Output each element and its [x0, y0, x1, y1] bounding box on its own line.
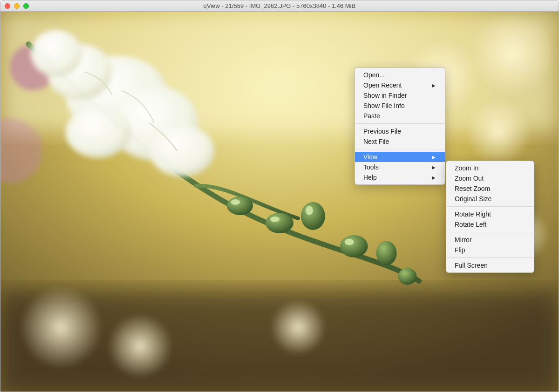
menu-item-previous-file[interactable]: Previous File — [355, 126, 445, 136]
menu-item-label: Zoom In — [455, 164, 478, 172]
menu-item-view[interactable]: View ▶ — [355, 152, 445, 162]
app-window: qView - 21/559 - IMG_2982.JPG - 5760x384… — [0, 0, 559, 392]
menu-item-label: Previous File — [363, 128, 401, 135]
menu-item-label: Flip — [455, 246, 465, 254]
menu-item-reset-zoom[interactable]: Reset Zoom — [446, 183, 534, 194]
menu-separator — [355, 123, 445, 124]
menu-separator — [446, 257, 534, 258]
svg-point-4 — [465, 100, 531, 165]
menu-item-show-in-finder[interactable]: Show in Finder — [355, 90, 445, 101]
menu-item-label: Open... — [363, 71, 385, 79]
window-title: qView - 21/559 - IMG_2982.JPG - 5760x384… — [204, 2, 355, 9]
titlebar[interactable]: qView - 21/559 - IMG_2982.JPG - 5760x384… — [0, 0, 559, 12]
svg-point-17 — [398, 268, 417, 285]
menu-item-label: Open Recent — [363, 81, 402, 89]
svg-point-12 — [227, 196, 253, 215]
menu-item-mirror[interactable]: Mirror — [446, 235, 534, 245]
menu-item-label: Next File — [363, 138, 389, 145]
menu-item-label: Tools — [363, 163, 379, 171]
menu-item-original-size[interactable]: Original Size — [446, 194, 534, 204]
minimize-button[interactable] — [14, 3, 20, 9]
svg-point-6 — [19, 286, 103, 370]
menu-item-label: Show File Info — [363, 102, 405, 109]
menu-item-help[interactable]: Help ▶ — [355, 172, 445, 182]
menu-item-label: Original Size — [455, 195, 491, 203]
menu-item-label: Paste — [363, 112, 380, 120]
submenu-arrow-icon: ▶ — [432, 175, 436, 180]
zoom-button[interactable] — [23, 3, 29, 9]
menu-item-label: Help — [363, 174, 377, 181]
context-menu: Open... Open Recent ▶ Show in Finder Sho… — [354, 68, 445, 185]
menu-item-tools[interactable]: Tools ▶ — [355, 162, 445, 172]
svg-point-27 — [31, 30, 82, 77]
menu-item-label: Full Screen — [455, 262, 488, 269]
svg-point-8 — [270, 300, 326, 356]
menu-item-label: Reset Zoom — [455, 185, 490, 192]
submenu-arrow-icon: ▶ — [432, 83, 436, 88]
menu-item-rotate-right[interactable]: Rotate Right — [446, 209, 534, 219]
menu-item-label: Mirror — [455, 236, 472, 243]
menu-item-paste[interactable]: Paste — [355, 111, 445, 121]
svg-point-26 — [149, 125, 214, 176]
menu-separator — [355, 149, 445, 149]
svg-point-9 — [470, 12, 554, 95]
menu-item-open-recent[interactable]: Open Recent ▶ — [355, 80, 445, 90]
svg-point-13 — [266, 213, 293, 233]
submenu-arrow-icon: ▶ — [432, 155, 436, 160]
menu-separator — [446, 206, 534, 207]
menu-item-label: Rotate Right — [455, 210, 491, 218]
menu-item-label: Show in Finder — [363, 92, 407, 99]
menu-item-next-file[interactable]: Next File — [355, 136, 445, 147]
menu-item-flip[interactable]: Flip — [446, 245, 534, 255]
menu-item-full-screen[interactable]: Full Screen — [446, 260, 534, 270]
svg-point-25 — [66, 107, 131, 158]
menu-item-label: Zoom Out — [455, 175, 484, 182]
svg-point-21 — [345, 239, 354, 245]
image-viewport[interactable]: Open... Open Recent ▶ Show in Finder Sho… — [0, 12, 559, 392]
menu-item-label: Rotate Left — [455, 221, 487, 228]
traffic-lights — [5, 3, 29, 9]
svg-point-14 — [301, 202, 325, 230]
menu-item-zoom-in[interactable]: Zoom In — [446, 163, 534, 173]
svg-point-15 — [340, 235, 368, 257]
menu-item-rotate-left[interactable]: Rotate Left — [446, 219, 534, 230]
view-submenu: Zoom In Zoom Out Reset Zoom Original Siz… — [446, 161, 534, 273]
close-button[interactable] — [5, 3, 10, 9]
menu-separator — [446, 232, 534, 232]
svg-point-19 — [270, 216, 280, 222]
menu-item-zoom-out[interactable]: Zoom Out — [446, 173, 534, 183]
svg-point-20 — [306, 206, 313, 215]
submenu-arrow-icon: ▶ — [432, 165, 436, 170]
svg-point-16 — [376, 241, 397, 265]
menu-item-show-file-info[interactable]: Show File Info — [355, 101, 445, 111]
menu-item-label: View — [363, 153, 377, 161]
menu-item-open[interactable]: Open... — [355, 70, 445, 80]
svg-point-18 — [231, 199, 240, 205]
svg-point-7 — [108, 314, 173, 379]
